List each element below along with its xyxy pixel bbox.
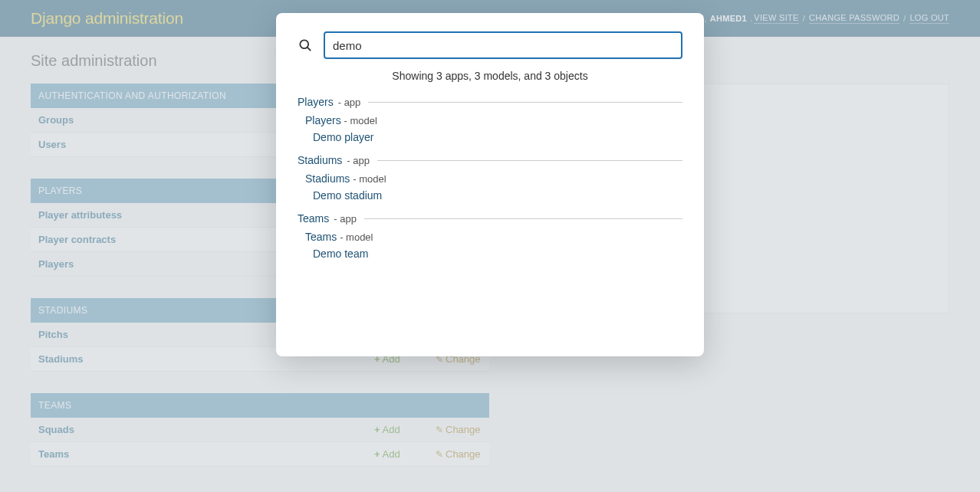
result-group: Teams - app Teams - model Demo team	[298, 212, 682, 260]
result-type-label: - model	[344, 115, 377, 126]
result-object-link[interactable]: Demo stadium	[313, 189, 382, 202]
divider-line	[368, 102, 682, 103]
result-model-link[interactable]: Stadiums	[305, 172, 350, 185]
result-model-link[interactable]: Players	[305, 114, 341, 126]
result-summary: Showing 3 apps, 3 models, and 3 objects	[298, 70, 682, 82]
result-app-link[interactable]: Teams	[298, 212, 329, 225]
result-type-label: - app	[347, 155, 370, 166]
search-input[interactable]	[324, 31, 682, 59]
result-model-link[interactable]: Teams	[305, 231, 337, 243]
result-group: Players - app Players - model Demo playe…	[298, 96, 682, 143]
result-app-link[interactable]: Players	[298, 96, 334, 108]
divider-line	[364, 218, 682, 219]
result-object-link[interactable]: Demo team	[313, 248, 368, 260]
result-app-link[interactable]: Stadiums	[298, 154, 342, 166]
result-group: Stadiums - app Stadiums - model Demo sta…	[298, 154, 682, 202]
divider-line	[377, 160, 682, 161]
search-modal: Showing 3 apps, 3 models, and 3 objects …	[276, 13, 704, 356]
result-type-label: - model	[353, 173, 386, 185]
result-object-link[interactable]: Demo player	[313, 131, 373, 143]
result-type-label: - app	[338, 97, 361, 108]
svg-line-1	[307, 48, 311, 51]
search-icon	[298, 38, 313, 53]
result-type-label: - model	[340, 231, 373, 243]
result-type-label: - app	[334, 213, 357, 225]
